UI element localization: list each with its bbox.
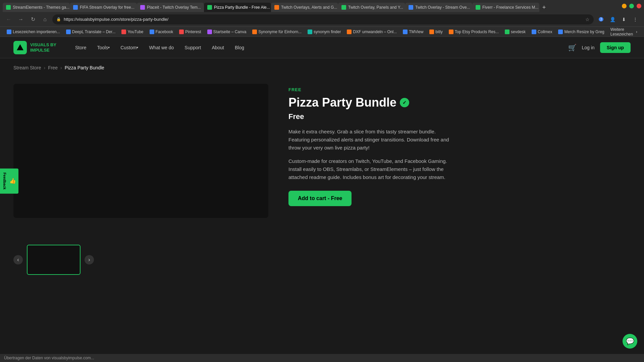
- status-bar: Übertragen der Daten von visualsbyimpuls…: [0, 354, 644, 362]
- feedback-label: Feedback: [3, 173, 7, 190]
- home-button[interactable]: ⌂: [40, 15, 50, 24]
- site-navigation: VISUALS BY IMPULSE Store Tools Custom Wh…: [0, 37, 644, 58]
- more-bookmarks-chevron: ›: [636, 29, 637, 34]
- tab-favicon-7: [409, 5, 413, 10]
- tab-twitch-overlay-panels[interactable]: Twitch Overlay, Panels and Y... ✕: [338, 3, 405, 12]
- more-bookmarks-label: Weitere Lesezeichen: [610, 27, 635, 37]
- product-page-layout: FREE Pizza Party Bundle ✓ Free Make it e…: [0, 77, 470, 238]
- tab-favicon-5: [274, 5, 279, 10]
- svg-marker-0: [17, 44, 23, 50]
- nav-blog[interactable]: Blog: [229, 37, 250, 58]
- bookmark-star-icon[interactable]: ☆: [585, 17, 590, 22]
- bookmark-youtube[interactable]: YouTube: [119, 29, 146, 35]
- address-bar: ← → ↻ ⌂ 🔒 https://visualsbyimpulse.com/s…: [0, 12, 644, 27]
- bookmark-merch-resize[interactable]: Merch Resize by Greg: [555, 29, 607, 35]
- downloads-button[interactable]: ⬇: [619, 15, 629, 24]
- bookmark-icon-canva: [207, 29, 212, 34]
- breadcrumb-stream-store[interactable]: Stream Store: [13, 65, 41, 70]
- more-bookmarks-button[interactable]: Weitere Lesezeichen ›: [608, 27, 640, 37]
- thumbnail-strip: ‹ ›: [0, 238, 644, 288]
- cart-button[interactable]: 🛒: [568, 44, 577, 52]
- back-button[interactable]: ←: [4, 15, 13, 24]
- bookmark-bitly[interactable]: bitly: [427, 29, 445, 35]
- site-logo[interactable]: VISUALS BY IMPULSE: [13, 41, 56, 54]
- thumbnail-next-button[interactable]: ›: [85, 255, 94, 264]
- bookmark-icon-bitly: [429, 29, 434, 34]
- verified-badge: ✓: [400, 98, 409, 107]
- nav-what-we-do[interactable]: What we do: [144, 37, 179, 58]
- bookmark-canva[interactable]: Startseite – Canva: [205, 29, 249, 35]
- maximize-button[interactable]: [629, 4, 634, 8]
- tab-twitch-overlay-stream[interactable]: Twitch Overlay - Stream Ove... ✕: [405, 3, 472, 12]
- feedback-thumb-icon: 👍: [9, 178, 16, 184]
- breadcrumb-separator-1: ›: [44, 65, 45, 70]
- tab-favicon-1: [6, 5, 11, 10]
- url-text: https://visualsbyimpulse.com/store/pizza…: [64, 17, 583, 22]
- tab-streamelements[interactable]: StreamElements - Themes ga... ✕: [3, 3, 70, 12]
- new-tab-button[interactable]: +: [539, 3, 549, 12]
- add-to-cart-button[interactable]: Add to cart - Free: [288, 191, 352, 206]
- nav-custom[interactable]: Custom: [115, 37, 144, 58]
- profile-button[interactable]: 👤: [608, 15, 617, 24]
- bookmarks-bar: Lesezeichen importieren... DeepL Transla…: [0, 27, 644, 37]
- nav-about[interactable]: About: [206, 37, 229, 58]
- bookmark-icon-collmex: [532, 29, 536, 34]
- bookmark-icon-tmview: [403, 29, 408, 34]
- bookmark-dxf[interactable]: DXF umwandeln – Onl...: [344, 29, 399, 35]
- bookmark-icon-sevdesk: [505, 29, 509, 34]
- nav-store[interactable]: Store: [70, 37, 92, 58]
- forward-button[interactable]: →: [16, 15, 25, 24]
- thumbnail-item-1[interactable]: [27, 245, 80, 275]
- bookmark-synonym-finder[interactable]: synonym finder: [305, 29, 343, 35]
- tab-twitch-overlays[interactable]: Twitch Overlays, Alerts and G... ✕: [271, 3, 338, 12]
- tab-fiverr[interactable]: Fiverr - Freelance Services M... ✕: [472, 3, 539, 12]
- bookmark-icon-merch-resize: [558, 29, 563, 34]
- bookmark-icon-deepl: [66, 29, 71, 34]
- close-button[interactable]: [637, 4, 641, 8]
- minimize-button[interactable]: [622, 4, 627, 8]
- tab-placeit[interactable]: Placeit - Twitch Overlay Tem... ✕: [137, 3, 204, 12]
- bookmark-collmex[interactable]: Collmex: [529, 29, 555, 35]
- signup-button[interactable]: Sign up: [600, 42, 631, 53]
- reload-button[interactable]: ↻: [28, 15, 38, 24]
- browser-frame: StreamElements - Themes ga... ✕ FIFA Str…: [0, 0, 644, 362]
- bookmark-facebook[interactable]: Facebook: [147, 29, 176, 35]
- product-price: Free: [288, 112, 456, 121]
- security-icon: 🔒: [56, 17, 61, 21]
- feedback-widget[interactable]: Feedback 👍: [0, 169, 18, 194]
- bookmark-deepl[interactable]: DeepL Translate – Der...: [63, 29, 118, 35]
- product-details: FREE Pizza Party Bundle ✓ Free Make it e…: [288, 84, 456, 218]
- login-button[interactable]: Log in: [582, 45, 595, 50]
- bookmark-icon-pinterest: [179, 29, 184, 34]
- bookmark-icon-synonyme: [252, 29, 257, 34]
- bookmark-icon-top-etsy: [449, 29, 453, 34]
- bookmark-sevdesk[interactable]: sevdesk: [502, 29, 528, 35]
- bookmark-lesezeichen[interactable]: Lesezeichen importieren...: [4, 29, 63, 35]
- bookmark-synonyme[interactable]: Synonyme für Einhorn...: [250, 29, 304, 35]
- tab-favicon-2: [73, 5, 78, 10]
- bookmark-top-etsy[interactable]: Top Etsy Products Res...: [446, 29, 501, 35]
- nav-tools[interactable]: Tools: [92, 37, 115, 58]
- chat-widget-button[interactable]: 💬: [623, 334, 637, 349]
- tab-pizza-party[interactable]: Pizza Party Bundle - Free Ale... ✕: [204, 3, 271, 12]
- bookmark-icon-dxf: [347, 29, 352, 34]
- breadcrumb-free[interactable]: Free: [48, 65, 58, 70]
- thumbnail-prev-button[interactable]: ‹: [13, 255, 23, 264]
- page-content: VISUALS BY IMPULSE Store Tools Custom Wh…: [0, 37, 644, 362]
- logo-text: VISUALS BY IMPULSE: [30, 42, 56, 53]
- product-title: Pizza Party Bundle ✓: [288, 96, 456, 110]
- tab-favicon-8: [476, 5, 480, 10]
- product-gallery: [13, 84, 268, 218]
- bookmark-icon-facebook: [150, 29, 154, 34]
- extensions-button[interactable]: 3: [596, 15, 606, 24]
- nav-support[interactable]: Support: [179, 37, 206, 58]
- breadcrumb-current: Pizza Party Bundle: [65, 65, 104, 70]
- tab-favicon-4: [207, 5, 212, 10]
- product-badge: FREE: [288, 87, 456, 92]
- menu-button[interactable]: ⋮: [631, 15, 640, 24]
- browser-actions: 3 👤 ⬇ ⋮: [596, 15, 640, 24]
- bookmark-tmview[interactable]: TMView: [400, 29, 426, 35]
- bookmark-pinterest[interactable]: Pinterest: [176, 29, 204, 35]
- url-bar[interactable]: 🔒 https://visualsbyimpulse.com/store/piz…: [52, 14, 594, 24]
- tab-fifa[interactable]: FIFA Stream Overlay for free... ✕: [70, 3, 137, 12]
